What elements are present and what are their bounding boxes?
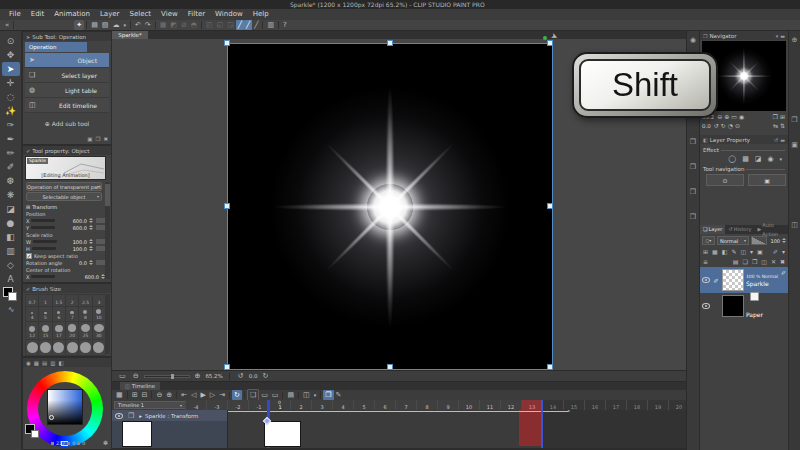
x-keyframe-box[interactable] — [96, 218, 105, 223]
layer-visibility-eye-icon[interactable] — [702, 277, 710, 283]
specify-cel-icon[interactable]: ▭ — [259, 390, 270, 400]
color-slider-tab-icon[interactable]: ▦ — [34, 360, 39, 366]
graph-editor-icon[interactable]: ✎ — [334, 390, 344, 400]
main-color-swatches[interactable] — [3, 287, 19, 303]
ruler-frame-number[interactable]: 16 — [584, 400, 605, 410]
gear-icon[interactable]: ✽ — [103, 439, 108, 446]
opacity-value[interactable]: 100 — [770, 238, 780, 244]
transform-handle-left[interactable] — [224, 203, 230, 209]
ruler-frame-number[interactable]: 11 — [479, 400, 500, 410]
ruler-frame-number[interactable]: 6 — [374, 400, 395, 410]
brush-size-item[interactable]: 4 — [26, 307, 39, 322]
brush-size-item[interactable]: 12 — [26, 322, 39, 340]
transform-handle-top-left[interactable] — [224, 40, 230, 46]
brush-size-item[interactable]: 1.5 — [53, 295, 66, 307]
delete-cel-icon[interactable]: ▭ — [270, 390, 281, 400]
cel-settings-icon[interactable]: ◫ — [301, 390, 312, 400]
duplicate-sub-tool-icon[interactable]: ❐ — [95, 136, 100, 142]
w-stepper[interactable] — [89, 239, 93, 244]
separator[interactable] — [282, 391, 283, 399]
brush-size-item[interactable] — [93, 340, 106, 356]
mesh-transform-icon[interactable]: ◱ — [215, 20, 226, 30]
stool-strip-icon[interactable]: ◉ — [690, 35, 696, 45]
color-swatches[interactable] — [25, 424, 43, 442]
navigator-rotation-value[interactable]: 0.0 — [702, 123, 711, 129]
timeline-end-line[interactable] — [541, 400, 543, 448]
reselect-icon[interactable]: ◩ — [168, 20, 179, 30]
brush-size-item[interactable]: 2 — [66, 295, 79, 307]
layer-panel-tab[interactable]: ▶ Auto Action — [754, 225, 788, 234]
material-folder-icon[interactable]: ❒ — [690, 212, 696, 222]
opacity-slider[interactable] — [751, 236, 767, 245]
go-to-start-icon[interactable]: ⇤ — [179, 390, 189, 400]
h-stepper[interactable] — [89, 246, 93, 251]
next-frame-icon[interactable]: ▷ — [208, 390, 217, 400]
material-folder-icon[interactable]: ❒ — [690, 187, 696, 197]
ruler-frame-number[interactable]: 18 — [626, 400, 647, 410]
brush-size-item[interactable]: 6 — [53, 307, 66, 322]
layer-row-sparkle[interactable]: ✐ 100 % Normal Sparkle ✐ — [700, 267, 788, 293]
ruler-frame-number[interactable]: 14 — [542, 400, 563, 410]
menu-item[interactable]: Filter — [183, 9, 210, 20]
lock-transparent-icon[interactable]: ✎ — [730, 247, 737, 257]
snap-to-ruler-icon[interactable]: ╱ — [236, 20, 244, 30]
h-value[interactable]: 100.0 — [73, 246, 87, 252]
brush-size-item[interactable] — [53, 340, 66, 356]
line-width-icon[interactable]: ∿ — [0, 305, 22, 314]
ruler-frame-number[interactable]: 12 — [500, 400, 521, 410]
layer-name[interactable]: Paper — [746, 311, 763, 318]
lock-layer-icon[interactable]: ◧ — [721, 247, 729, 257]
panel-undo-icon[interactable]: ↺ — [774, 137, 778, 143]
separator[interactable] — [130, 21, 131, 29]
h-keyframe-box[interactable] — [96, 246, 105, 251]
timeline-settings-icon[interactable]: ⊟ — [140, 390, 150, 400]
frame-navigation-button[interactable]: ▣ — [748, 174, 786, 186]
center-x-slider[interactable] — [31, 275, 55, 278]
h-slider[interactable] — [32, 247, 56, 250]
layer-menu-icon[interactable]: ≡ — [702, 257, 709, 267]
ruler-frame-number[interactable]: 7 — [395, 400, 416, 410]
decoration-tool-icon[interactable]: ❋ — [2, 188, 20, 202]
panel-menu-icon[interactable]: ▬ — [780, 137, 785, 143]
reset-display-icon[interactable]: ⊙ — [734, 121, 741, 131]
delete-layer-icon[interactable]: ✖ — [779, 257, 786, 267]
transform-handle-right[interactable] — [547, 203, 553, 209]
new-vector-layer-icon[interactable]: ❏ — [741, 257, 748, 267]
menu-item[interactable]: View — [156, 9, 183, 20]
panel-strip-icon[interactable]: ◫ — [791, 220, 798, 230]
y-stepper[interactable] — [89, 225, 93, 230]
menu-item[interactable]: File — [4, 9, 26, 20]
undo-icon[interactable]: ↶ — [133, 20, 143, 30]
brush-size-item[interactable]: 3 — [93, 295, 106, 307]
menu-item[interactable]: Help — [248, 9, 274, 20]
y-slider[interactable] — [31, 226, 55, 229]
background-color-swatch[interactable] — [8, 292, 17, 301]
expand-selection-icon[interactable]: ◓ — [189, 20, 199, 30]
sub-tool-item[interactable]: ◫ Edit timeline — [25, 98, 109, 113]
menu-item[interactable]: Select — [125, 9, 157, 20]
brush-size-item[interactable] — [39, 340, 52, 356]
flip-icon[interactable]: ⇆ — [772, 121, 779, 131]
enable-keyframes-icon[interactable]: ❐ — [323, 390, 333, 400]
layer-panel-tab[interactable]: ❏ Layer — [700, 225, 725, 234]
brush-size-item[interactable] — [79, 340, 92, 356]
separator[interactable] — [244, 391, 245, 399]
sub-tool-group-tab[interactable]: Operation — [25, 42, 87, 52]
dropdown-icon[interactable]: ▾ — [781, 247, 786, 257]
panel-collapse-icon[interactable]: « — [3, 20, 11, 30]
timeline-ruler[interactable]: -4-3-2-11234567891011121314151617181920 — [185, 400, 686, 410]
layer-color-effect-icon[interactable]: ◪ — [753, 154, 764, 164]
intermediate-color-tab-icon[interactable]: ▥ — [50, 360, 55, 366]
timeline-tab[interactable]: ◫ Timeline — [120, 382, 160, 390]
redo-icon[interactable]: ↷ — [143, 20, 153, 30]
pen-tool-icon[interactable]: ✒ — [2, 132, 20, 146]
ruler-frame-number[interactable]: 9 — [437, 400, 458, 410]
zoom-strip-icon[interactable]: ⊕ — [792, 35, 798, 45]
color-picker-marker[interactable] — [49, 415, 54, 420]
rotate-left-icon[interactable]: ↺ — [236, 371, 246, 381]
layer-thumbnail[interactable] — [722, 295, 744, 317]
rotate-left-icon[interactable]: ↺ — [713, 121, 720, 131]
airbrush-tool-icon[interactable]: ❆ — [2, 174, 20, 188]
reference-layer-icon[interactable]: ▣ — [756, 247, 764, 257]
ruler-frame-number[interactable]: 10 — [458, 400, 479, 410]
